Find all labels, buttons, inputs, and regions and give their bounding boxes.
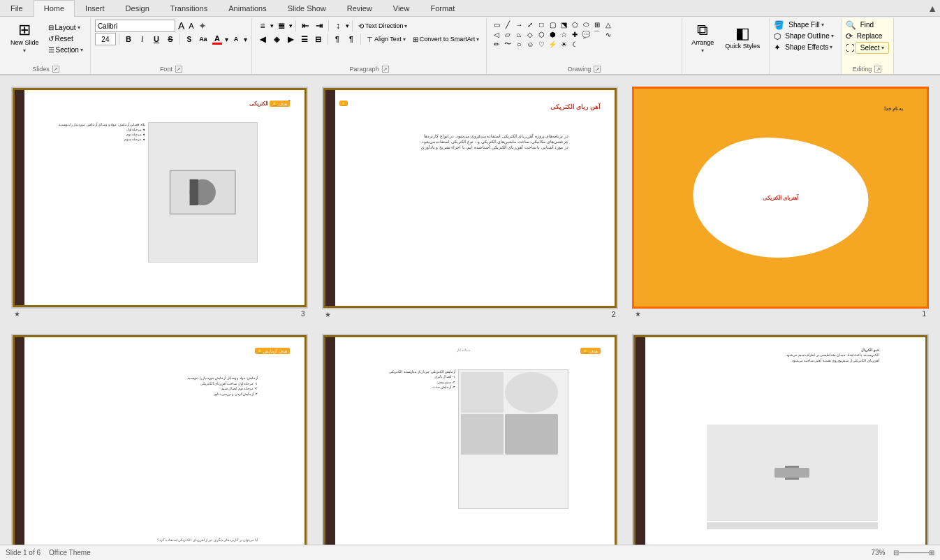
tab-format[interactable]: Format bbox=[420, 0, 465, 16]
bullets-arrow[interactable]: ▾ bbox=[270, 22, 274, 29]
shape-moon[interactable]: ☾ bbox=[569, 39, 580, 49]
tab-review[interactable]: Review bbox=[337, 0, 383, 16]
layout-label: Layout bbox=[55, 24, 76, 31]
align-left-button[interactable]: ◀ bbox=[256, 33, 269, 45]
slide-thumb-3[interactable]: آهن رباى الكتريكى 🔔 هدف يکه قضايی آزمايش… bbox=[11, 87, 308, 309]
shape-diamond[interactable]: ◇ bbox=[524, 29, 536, 39]
find-button[interactable]: Find bbox=[858, 20, 876, 30]
shape-trap[interactable]: ⏢ bbox=[513, 29, 524, 39]
shape-tri[interactable]: △ bbox=[603, 20, 614, 29]
shape-effects-button[interactable]: Shape Effects ▾ bbox=[782, 42, 835, 52]
shape-heart[interactable]: ♡ bbox=[536, 39, 547, 49]
indent-inc-button[interactable]: ⇥ bbox=[313, 20, 325, 32]
shape-rounded[interactable]: ▢ bbox=[547, 20, 558, 29]
section-button[interactable]: ☰ Section ▾ bbox=[45, 45, 86, 55]
slide-thumb-1[interactable]: به نام خدا آهنرباى الكتريكى bbox=[632, 87, 929, 309]
slide-thumb-6[interactable]: 🔔 هدف آزمايش آزمايش: مواد و وسايل آزمايش… bbox=[11, 334, 308, 545]
bullets-button[interactable]: ≡ bbox=[256, 20, 269, 32]
shape-curve[interactable]: ∿ bbox=[603, 29, 614, 39]
font-increase-btn[interactable]: A bbox=[177, 20, 186, 31]
tab-transitions[interactable]: Transitions bbox=[160, 0, 218, 16]
new-slide-button[interactable]: ⊞ New Slide ▾ bbox=[6, 20, 44, 57]
shape-line[interactable]: ╱ bbox=[502, 20, 513, 29]
shape-callout[interactable]: 💬 bbox=[580, 29, 592, 39]
font-size-input[interactable] bbox=[95, 33, 116, 45]
shape-arc[interactable]: ⌒ bbox=[592, 29, 603, 39]
quick-styles-button[interactable]: ◧ Quick Styles bbox=[720, 20, 765, 56]
strikethrough-button[interactable]: S bbox=[164, 33, 177, 45]
select-button[interactable]: Select ▾ bbox=[855, 42, 889, 54]
editing-expand-btn[interactable]: ↗ bbox=[874, 66, 881, 73]
highlight-arrow[interactable]: ▾ bbox=[244, 36, 247, 43]
tab-home[interactable]: Home bbox=[34, 0, 75, 17]
underline-button[interactable]: U bbox=[150, 33, 163, 45]
shape-circle[interactable]: ○ bbox=[513, 39, 524, 49]
slide-thumb-4[interactable]: دنبو الكريال الكتريسيته باعث ايجاد ميدان… bbox=[632, 334, 929, 545]
paragraph-expand-btn[interactable]: ↗ bbox=[382, 66, 389, 73]
shape-star[interactable]: ☆ bbox=[558, 29, 569, 39]
justify-button[interactable]: ☰ bbox=[298, 33, 311, 45]
reset-button[interactable]: ↺ Reset bbox=[45, 34, 86, 44]
shape-para[interactable]: ▱ bbox=[502, 29, 513, 39]
highlight-button[interactable]: A bbox=[230, 33, 242, 45]
align-right-button[interactable]: ▶ bbox=[284, 33, 297, 45]
zoom-slider[interactable]: ⊟──────⊞ bbox=[893, 549, 934, 557]
tab-slideshow[interactable]: Slide Show bbox=[277, 0, 337, 16]
indent-dec-button[interactable]: ⇤ bbox=[299, 20, 311, 32]
tab-design[interactable]: Design bbox=[115, 0, 160, 16]
align-center-button[interactable]: ◈ bbox=[270, 33, 283, 45]
layout-button[interactable]: ⊟ Layout ▾ bbox=[45, 22, 86, 33]
font-decrease-btn[interactable]: A bbox=[187, 22, 195, 30]
shape-arrow-line[interactable]: → bbox=[513, 20, 524, 29]
shape-scribble[interactable]: 〜 bbox=[502, 39, 513, 49]
shape-pentagon[interactable]: ⬠ bbox=[569, 20, 580, 29]
shape-outline-button[interactable]: Shape Outline ▾ bbox=[782, 31, 836, 41]
tab-insert[interactable]: Insert bbox=[75, 0, 115, 16]
shape-smiley[interactable]: ☺ bbox=[524, 39, 536, 49]
shape-rect[interactable]: ▭ bbox=[491, 20, 502, 29]
line-spacing-button[interactable]: ↕ bbox=[332, 20, 344, 32]
shape-freeform[interactable]: ✏ bbox=[491, 39, 502, 49]
slide-thumb-2[interactable]: آهن رباى الكتريكى 🔔 در برنامه‌هاى پروژه … bbox=[322, 87, 619, 309]
ribbon-collapse-btn[interactable]: ▲ bbox=[927, 3, 937, 14]
text-direction-button[interactable]: ⟲ Text Direction ▾ bbox=[355, 21, 411, 31]
italic-button[interactable]: I bbox=[136, 33, 149, 45]
shape-arrow2[interactable]: ⤢ bbox=[524, 20, 536, 29]
line-spacing-arrow[interactable]: ▾ bbox=[346, 22, 349, 29]
shape-more[interactable]: ⊞ bbox=[592, 20, 603, 29]
shape-bolt[interactable]: ⚡ bbox=[547, 39, 558, 49]
shape-snip[interactable]: ⬔ bbox=[558, 20, 569, 29]
rtl-button[interactable]: ¶ bbox=[331, 33, 344, 45]
arrange-button[interactable]: ⧉ Arrange ▾ bbox=[686, 20, 719, 57]
shape-sun[interactable]: ☀ bbox=[558, 39, 569, 49]
font-name-input[interactable] bbox=[95, 20, 175, 32]
char-spacing-button[interactable]: Aa bbox=[197, 33, 210, 45]
ltr-button[interactable]: ¶ bbox=[345, 33, 358, 45]
replace-button[interactable]: Replace bbox=[854, 31, 886, 41]
slide-number-2: 2 bbox=[612, 311, 616, 318]
shape-fill-button[interactable]: Shape Fill ▾ bbox=[786, 20, 826, 30]
drawing-expand-btn[interactable]: ↗ bbox=[594, 66, 601, 73]
tab-view[interactable]: View bbox=[383, 0, 420, 16]
slides-expand-btn[interactable]: ↗ bbox=[52, 66, 59, 73]
shadow-button[interactable]: S bbox=[183, 33, 196, 45]
align-text-button[interactable]: ⊤ Align Text ▾ bbox=[364, 34, 409, 45]
shape-oct[interactable]: ⬢ bbox=[547, 29, 558, 39]
clear-format-btn[interactable]: ✦ bbox=[197, 20, 208, 31]
shape-cross[interactable]: ✚ bbox=[569, 29, 580, 39]
shape-cylinder[interactable]: ⬭ bbox=[580, 20, 592, 29]
tab-animations[interactable]: Animations bbox=[218, 0, 277, 16]
shape-hex[interactable]: ⬡ bbox=[536, 29, 547, 39]
slide-thumb-5[interactable]: 🔔 هدف دنباله كار آزمايش الكتريكى جريان ا… bbox=[322, 334, 619, 545]
shape-rect2[interactable]: □ bbox=[536, 20, 547, 29]
font-color-button[interactable]: A bbox=[211, 33, 223, 45]
justify2-button[interactable]: ⊟ bbox=[312, 33, 325, 45]
tab-file[interactable]: File bbox=[0, 0, 34, 16]
numbering-arrow[interactable]: ▾ bbox=[289, 22, 293, 29]
bold-button[interactable]: B bbox=[122, 33, 135, 45]
font-expand-btn[interactable]: ↗ bbox=[175, 66, 182, 73]
shape-rtri[interactable]: ◁ bbox=[491, 29, 502, 39]
font-color-arrow[interactable]: ▾ bbox=[225, 36, 228, 43]
convert-smartart-button[interactable]: ⊞ Convert to SmartArt ▾ bbox=[410, 34, 483, 45]
numbering-button[interactable]: ≣ bbox=[275, 20, 288, 32]
